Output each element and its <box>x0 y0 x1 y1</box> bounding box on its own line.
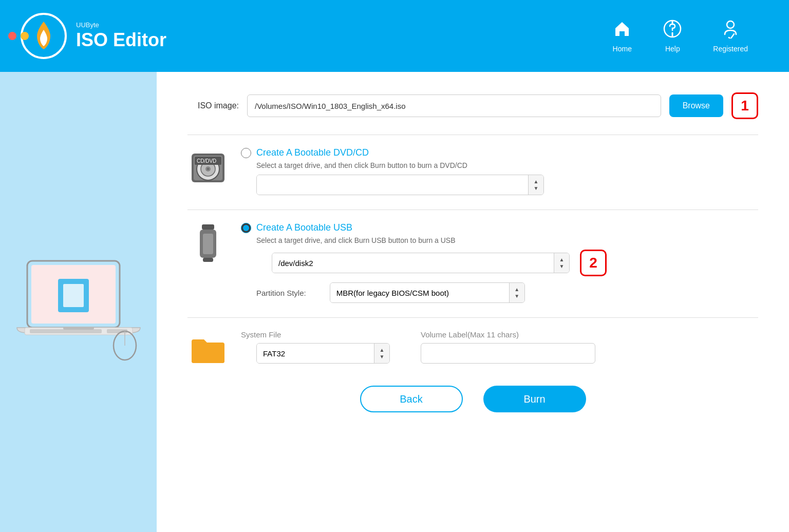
svg-text:CD/DVD: CD/DVD <box>197 158 216 164</box>
dvd-drive-select-wrapper: ▲ ▼ <box>256 175 544 195</box>
dvd-icon-area: CD/DVD <box>187 147 229 186</box>
main-layout: ISO image: Browse 1 CD/DVD <box>0 72 789 532</box>
folder-icon <box>190 334 227 365</box>
close-dot[interactable] <box>8 32 16 40</box>
system-file-label: System File <box>241 330 390 339</box>
partition-row: Partition Style: MBR(for legacy BIOS/CSM… <box>256 282 758 303</box>
svg-rect-23 <box>202 224 214 230</box>
volume-label-text: Volume Label(Max 11 chars) <box>421 330 595 339</box>
traffic-lights <box>8 32 29 40</box>
header: UUByte ISO Editor Home Hel <box>0 0 789 72</box>
flame-icon <box>31 21 57 51</box>
system-file-select[interactable]: FAT32 NTFS exFAT <box>257 344 374 363</box>
svg-rect-26 <box>203 258 213 262</box>
dvd-title-row: Create A Bootable DVD/CD <box>241 147 758 158</box>
svg-rect-27 <box>192 345 224 363</box>
folder-icon-area <box>187 330 229 365</box>
home-label: Home <box>613 45 632 53</box>
step-2-badge: 2 <box>580 250 607 276</box>
action-buttons: Back Burn <box>187 386 758 412</box>
usb-desc: Select a target drive, and click Burn US… <box>256 236 758 244</box>
svg-point-4 <box>727 21 734 28</box>
sidebar <box>0 72 157 532</box>
iso-path-input[interactable] <box>247 94 661 117</box>
step-1-badge: 1 <box>731 92 758 119</box>
system-file-arrows: ▲ ▼ <box>374 344 389 363</box>
usb-title-row: Create A Bootable USB <box>241 222 758 233</box>
dvd-drive-select[interactable] <box>257 175 528 195</box>
app-title: UUByte ISO Editor <box>76 21 166 51</box>
nav-registered[interactable]: Registered <box>713 19 748 53</box>
usb-select-row: /dev/disk2 ▲ ▼ 2 <box>256 250 758 276</box>
divider-2 <box>187 210 758 210</box>
nav-home[interactable]: Home <box>612 19 632 53</box>
minimize-dot[interactable] <box>21 32 29 40</box>
computer-illustration <box>12 230 145 374</box>
usb-option-content: Create A Bootable USB Select a target dr… <box>241 222 758 303</box>
partition-label: Partition Style: <box>256 289 306 297</box>
volume-label-field: Volume Label(Max 11 chars) <box>421 330 595 364</box>
nav-help[interactable]: Help <box>663 19 682 53</box>
partition-arrows: ▲ ▼ <box>509 283 524 302</box>
usb-drive-arrows: ▲ ▼ <box>554 253 569 273</box>
svg-rect-25 <box>203 234 213 254</box>
usb-drive-icon <box>195 224 221 265</box>
iso-label: ISO image: <box>187 101 239 110</box>
svg-point-3 <box>672 32 673 34</box>
dvd-drive-arrows: ▲ ▼ <box>528 175 543 195</box>
svg-rect-14 <box>63 327 94 330</box>
usb-icon-area <box>187 222 229 265</box>
svg-rect-8 <box>63 284 84 307</box>
browse-button[interactable]: Browse <box>669 94 723 117</box>
burn-button[interactable]: Burn <box>483 386 586 412</box>
registered-label: Registered <box>713 45 748 53</box>
system-section: System File FAT32 NTFS exFAT ▲ ▼ <box>187 330 758 365</box>
divider-1 <box>187 135 758 135</box>
back-button[interactable]: Back <box>360 386 463 412</box>
app-name-label: ISO Editor <box>76 29 166 51</box>
dvd-option-row: CD/DVD Create A Bootable DVD/CD Select a… <box>187 147 758 195</box>
volume-label-input[interactable] <box>421 343 595 364</box>
dvd-desc: Select a target drive, and then click Bu… <box>256 161 758 169</box>
home-icon <box>612 19 632 42</box>
dvd-cd-icon: CD/DVD <box>190 149 227 186</box>
brand-label: UUByte <box>76 21 166 29</box>
system-file-field: System File FAT32 NTFS exFAT ▲ ▼ <box>241 330 390 364</box>
iso-row: ISO image: Browse 1 <box>187 92 758 119</box>
svg-point-20 <box>207 168 209 170</box>
partition-style-select[interactable]: MBR(for legacy BIOS/CSM boot) <box>330 283 509 302</box>
usb-title: Create A Bootable USB <box>256 222 352 233</box>
usb-drive-select[interactable]: /dev/disk2 <box>272 253 554 273</box>
help-icon <box>663 19 682 42</box>
divider-3 <box>187 317 758 318</box>
dvd-title: Create A Bootable DVD/CD <box>256 147 369 158</box>
partition-select-wrapper: MBR(for legacy BIOS/CSM boot) ▲ ▼ <box>330 282 525 303</box>
registered-icon <box>721 19 740 42</box>
usb-drive-select-wrapper: /dev/disk2 ▲ ▼ <box>272 253 570 273</box>
system-content-fields: System File FAT32 NTFS exFAT ▲ ▼ <box>241 330 758 364</box>
content-area: ISO image: Browse 1 CD/DVD <box>157 72 789 532</box>
usb-radio[interactable] <box>241 223 251 233</box>
dvd-option-content: Create A Bootable DVD/CD Select a target… <box>241 147 758 195</box>
help-label: Help <box>665 45 680 53</box>
dvd-radio[interactable] <box>241 148 251 158</box>
header-nav: Home Help Regist <box>612 19 748 53</box>
logo-area: UUByte ISO Editor <box>21 13 166 59</box>
usb-option-row: Create A Bootable USB Select a target dr… <box>187 222 758 303</box>
svg-rect-10 <box>30 329 102 333</box>
system-file-select-wrapper: FAT32 NTFS exFAT ▲ ▼ <box>256 343 390 364</box>
